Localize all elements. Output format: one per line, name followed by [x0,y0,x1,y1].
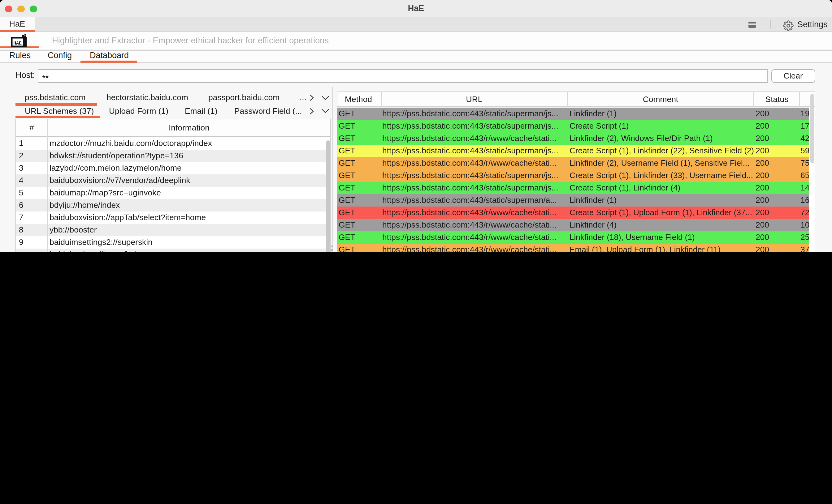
svg-text:E: E [19,41,21,46]
svg-text:A: A [16,41,19,46]
svg-text:H: H [13,41,16,46]
